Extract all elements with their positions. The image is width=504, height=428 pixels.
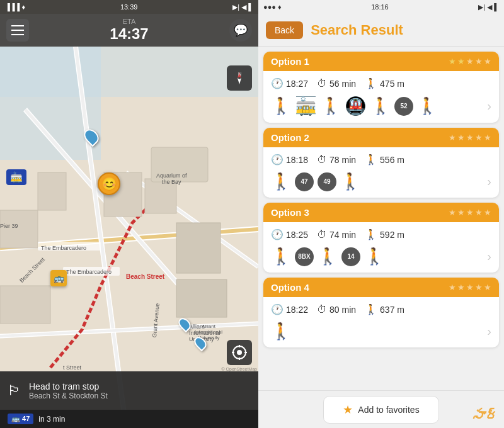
stat-duration-2: ⏱ 78 min	[317, 154, 356, 166]
stat-time-4: 🕐 18:22	[271, 303, 308, 315]
option-title-1: Option 1	[271, 56, 309, 67]
bus-stop-marker: 🚌	[50, 270, 67, 286]
duration-val-1: 56 min	[329, 79, 356, 89]
flag-icon: 🏳	[8, 383, 21, 399]
stars-1: ★ ★ ★ ★ ★	[449, 57, 491, 66]
main-location-pin[interactable]: 😊	[98, 172, 120, 195]
time-right: 18:16	[371, 3, 389, 11]
walk-1a: 🚶	[271, 96, 291, 116]
option-header-3: Option 3 ★ ★ ★ ★ ★	[263, 203, 499, 222]
status-bar-left: ▐▐▐ ♦ 13:39 ▶| ◀ ▌	[0, 0, 258, 14]
star-3-2: ★	[457, 208, 465, 217]
back-button[interactable]: Back	[266, 21, 303, 39]
gps-button[interactable]	[227, 340, 252, 365]
pier39-label: Pier 39	[0, 223, 18, 229]
map-view[interactable]: Aquarium ofthe Bay The Embarcadero The E…	[0, 47, 258, 428]
option-card-2[interactable]: Option 2 ★ ★ ★ ★ ★ 🕐 18:18 ⏱	[263, 128, 499, 198]
compass-button[interactable]: N	[227, 65, 252, 91]
option-card-3[interactable]: Option 3 ★ ★ ★ ★ ★ 🕐 18:25 ⏱	[263, 203, 499, 273]
blue-pin-1[interactable]	[85, 128, 98, 145]
tram-icon-1: 🚋	[295, 96, 317, 116]
tram-icon: 🚋	[6, 169, 26, 185]
t-street-label: t Street	[63, 364, 81, 371]
star-3-5: ★	[484, 208, 491, 217]
bus-badge-47: 47	[295, 172, 314, 191]
header-right: Back Search Result	[258, 14, 504, 47]
option-header-1: Option 1 ★ ★ ★ ★ ★	[263, 52, 499, 71]
eta-time: 14:37	[110, 25, 148, 43]
walk-1d: 🚶	[417, 96, 437, 116]
option-title-4: Option 4	[271, 282, 309, 293]
star-1-5: ★	[484, 57, 491, 66]
option-body-4: 🕐 18:22 ⏱ 80 min 🚶 637 m 🚶 ›	[263, 297, 499, 347]
star-3-1: ★	[449, 208, 456, 217]
time-val-3: 18:25	[286, 230, 308, 240]
bus-badge-49: 49	[318, 172, 336, 191]
blue-pin-2[interactable]	[180, 317, 190, 331]
duration-val-2: 78 min	[329, 155, 356, 165]
message-button[interactable]: 💬	[229, 19, 252, 42]
clock-icon-4: 🕐	[271, 303, 284, 315]
clock-icon-3: 🕐	[271, 228, 284, 240]
walk-2b: 🚶	[340, 172, 360, 191]
metro-icon-1: 🚇	[345, 96, 367, 116]
embarcadero-label: The Embarcadero	[41, 245, 86, 251]
star-3-3: ★	[466, 208, 474, 217]
bottom-bar: ★ Add to favorites సార్	[258, 390, 504, 428]
option-body-1: 🕐 18:27 ⏱ 56 min 🚶 475 m 🚶 🚋 🚶	[263, 71, 499, 123]
stat-duration-4: ⏱ 80 min	[317, 304, 356, 315]
svg-point-26	[237, 350, 242, 355]
menu-button[interactable]	[6, 19, 29, 42]
option-card-4[interactable]: Option 4 ★ ★ ★ ★ ★ 🕐 18:22 ⏱	[263, 278, 499, 347]
signal-icons: ▐▐▐ ♦	[5, 3, 25, 11]
star-1-3: ★	[466, 57, 474, 66]
stars-4: ★ ★ ★ ★ ★	[449, 283, 491, 292]
star-3-4: ★	[475, 208, 483, 217]
walk-3a: 🚶	[271, 247, 291, 266]
bus-stop-icon: 🚌	[50, 270, 67, 286]
star-1-4: ★	[475, 57, 483, 66]
time-val-2: 18:18	[286, 155, 308, 165]
duration-icon-4: ⏱	[317, 304, 327, 315]
star-2-1: ★	[449, 133, 456, 142]
star-4-1: ★	[449, 283, 456, 292]
option-body-2: 🕐 18:18 ⏱ 78 min 🚶 556 m 🚶 47 49	[263, 147, 499, 198]
option-title-2: Option 2	[271, 132, 309, 143]
svg-rect-1	[0, 47, 258, 97]
svg-rect-16	[176, 279, 227, 317]
chevron-right-4: ›	[487, 324, 491, 339]
star-1-1: ★	[449, 57, 456, 66]
instruction-footer: 🚌 47 in 3 min	[0, 410, 258, 428]
stat-time-3: 🕐 18:25	[271, 228, 308, 240]
smiley-face: 😊	[98, 172, 120, 195]
bus-badge-14: 14	[341, 247, 360, 266]
duration-val-4: 80 min	[329, 305, 356, 315]
duration-icon-3: ⏱	[317, 229, 327, 240]
stat-time-2: 🕐 18:18	[271, 154, 308, 166]
option-card-1[interactable]: Option 1 ★ ★ ★ ★ ★ 🕐 18:27 ⏱	[263, 52, 499, 123]
svg-rect-15	[176, 223, 220, 273]
star-2-3: ★	[466, 133, 474, 142]
eta-box: ETA 14:37	[110, 18, 148, 43]
distance-val-3: 592 m	[380, 230, 404, 240]
duration-val-3: 74 min	[329, 230, 356, 240]
option-stats-1: 🕐 18:27 ⏱ 56 min 🚶 475 m	[271, 77, 491, 89]
blue-pin-3[interactable]	[195, 336, 205, 350]
transport-row-4: 🚶 ›	[271, 322, 491, 341]
option-stats-3: 🕐 18:25 ⏱ 74 min 🚶 592 m	[271, 228, 491, 240]
add-to-favorites-button[interactable]: ★ Add to favorites	[323, 396, 438, 424]
star-4-3: ★	[466, 283, 474, 292]
time-val-1: 18:27	[286, 79, 308, 89]
star-2-5: ★	[484, 133, 491, 142]
chevron-right-3: ›	[487, 249, 491, 264]
menu-line-1	[11, 25, 24, 26]
star-4-5: ★	[484, 283, 491, 292]
walk-1c: 🚶	[370, 96, 391, 116]
instruction-line2: Beach St & Stockton St	[29, 391, 108, 400]
bus-badge-52: 52	[394, 97, 413, 116]
star-4-2: ★	[457, 283, 465, 292]
instruction-main: 🏳 Head to tram stop Beach St & Stockton …	[0, 371, 258, 410]
stat-distance-2: 🚶 556 m	[365, 154, 404, 166]
option-stats-4: 🕐 18:22 ⏱ 80 min 🚶 637 m	[271, 303, 491, 315]
page-title: Search Result	[311, 22, 496, 38]
